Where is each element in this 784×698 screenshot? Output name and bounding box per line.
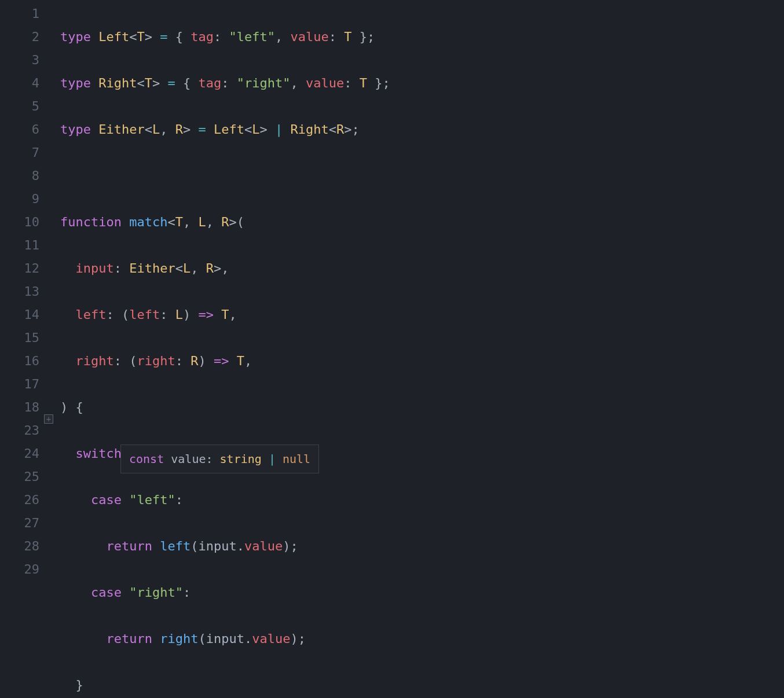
line-number: 11 (0, 234, 39, 257)
code-line[interactable]: right: (right: R) => T, (60, 350, 784, 373)
line-number: 18 (0, 396, 39, 419)
line-number: 26 (0, 488, 39, 512)
line-number: 29 (0, 558, 39, 581)
code-line[interactable]: type Left<T> = { tag: "left", value: T }… (60, 25, 784, 49)
line-number: 3 (0, 49, 39, 72)
line-number: 25 (0, 465, 39, 488)
line-number: 8 (0, 164, 39, 188)
code-area[interactable]: type Left<T> = { tag: "left", value: T }… (56, 2, 784, 698)
line-number: 2 (0, 25, 39, 49)
code-line[interactable]: return left(input.value); (60, 535, 784, 558)
code-line[interactable]: input: Either<L, R>, (60, 257, 784, 280)
code-line[interactable] (60, 164, 784, 188)
function-name: match (129, 215, 167, 229)
line-number: 1 (0, 2, 39, 25)
code-line[interactable]: case "left": (60, 488, 784, 512)
line-number: 15 (0, 326, 39, 350)
code-line[interactable]: ) { (60, 396, 784, 419)
line-number: 12 (0, 257, 39, 280)
line-number: 10 (0, 211, 39, 234)
line-number-gutter: 1 2 3 4 5 6 7 8 9 10 11 12 13 14 15 16 1… (0, 2, 44, 698)
line-number: 28 (0, 535, 39, 558)
line-number: 6 (0, 118, 39, 141)
line-number: 14 (0, 303, 39, 326)
line-number: 5 (0, 95, 39, 118)
fold-gutter: + (44, 2, 56, 698)
code-line[interactable]: } (60, 674, 784, 697)
code-line[interactable]: type Either<L, R> = Left<L> | Right<R>; (60, 118, 784, 141)
code-editor[interactable]: 1 2 3 4 5 6 7 8 9 10 11 12 13 14 15 16 1… (0, 0, 784, 698)
line-number: 17 (0, 373, 39, 396)
line-number: 9 (0, 188, 39, 211)
code-line[interactable]: return right(input.value); (60, 627, 784, 651)
code-line[interactable]: type Right<T> = { tag: "right", value: T… (60, 72, 784, 95)
type-hover-tooltip: const value: string | null (120, 444, 319, 473)
line-number: 27 (0, 512, 39, 535)
keyword-type: type (60, 30, 91, 44)
code-line[interactable]: left: (left: L) => T, (60, 303, 784, 326)
code-line[interactable]: case "right": (60, 581, 784, 604)
line-number: 4 (0, 72, 39, 95)
line-number: 24 (0, 442, 39, 465)
code-line[interactable]: function match<T, L, R>( (60, 211, 784, 234)
line-number: 16 (0, 350, 39, 373)
line-number: 13 (0, 280, 39, 303)
type-name: Left (98, 30, 129, 44)
line-number: 23 (0, 419, 39, 442)
fold-expand-icon[interactable]: + (44, 414, 53, 424)
line-number: 7 (0, 141, 39, 164)
